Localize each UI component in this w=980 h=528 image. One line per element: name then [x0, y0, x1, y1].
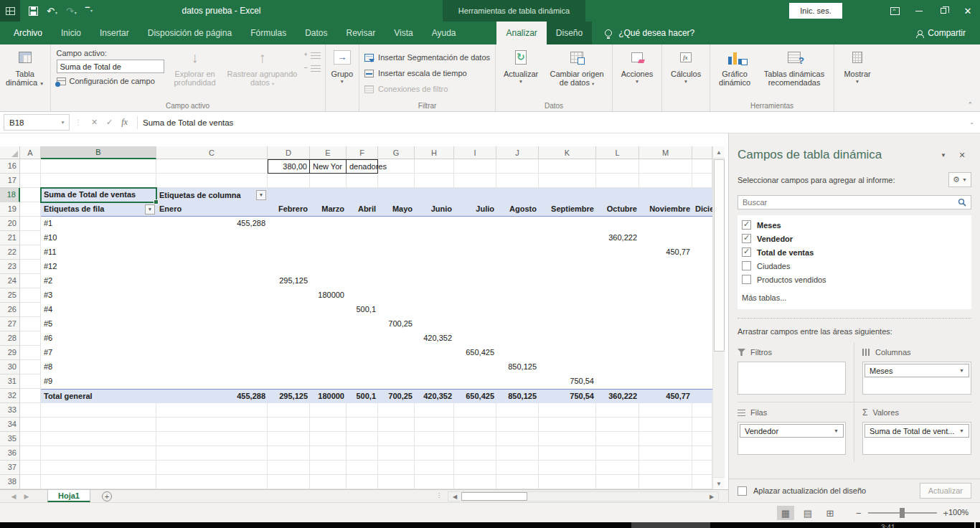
cell-G27[interactable]: 700,25: [378, 317, 415, 331]
cell-H18[interactable]: [415, 188, 454, 202]
cell-J35[interactable]: [496, 432, 539, 446]
collapse-ribbon-button[interactable]: ⌃: [967, 101, 973, 108]
refresh-button[interactable]: ↻ Actualizar ▼: [498, 47, 544, 87]
field-item-total-de-ventas[interactable]: Total de ventas: [740, 245, 969, 259]
cell-B33[interactable]: [41, 403, 156, 418]
cell-C21[interactable]: [156, 231, 268, 245]
cell-D31[interactable]: [268, 374, 310, 389]
cell-D26[interactable]: [268, 303, 310, 317]
cell-N22[interactable]: [692, 245, 712, 260]
cell-D17[interactable]: [268, 174, 310, 188]
recommended-pivottables-button[interactable]: Tablas dinámicas recomendadas: [757, 47, 831, 88]
cell-C25[interactable]: [156, 288, 268, 303]
cell-M22[interactable]: 450,77: [639, 245, 692, 260]
cell-A28[interactable]: [20, 331, 41, 346]
tab-inicio[interactable]: Inicio: [52, 22, 90, 44]
column-header-B[interactable]: B: [41, 146, 156, 159]
cell-J26[interactable]: [496, 303, 539, 317]
scroll-left-button[interactable]: ◀: [448, 492, 461, 501]
save-button[interactable]: [29, 6, 38, 16]
cell-I32[interactable]: 650,425: [454, 389, 496, 403]
cell-H29[interactable]: [415, 346, 454, 360]
scroll-up-button[interactable]: ▲: [713, 146, 725, 159]
pivot-chart-button[interactable]: Gráfico dinámico: [712, 47, 757, 88]
redo-button[interactable]: ↷▾: [66, 6, 77, 16]
tab-datos[interactable]: Datos: [296, 22, 336, 44]
autofilter-dropdown-icon[interactable]: ▼: [145, 204, 155, 214]
cell-G18[interactable]: [378, 188, 415, 202]
cell-E27[interactable]: [310, 317, 347, 331]
cell-C35[interactable]: [156, 432, 268, 446]
row-header-21[interactable]: 21: [0, 231, 20, 245]
cell-E30[interactable]: [310, 360, 347, 374]
row-header-16[interactable]: 16: [0, 159, 20, 174]
cell-A27[interactable]: [20, 317, 41, 331]
cell-L19[interactable]: Octubre: [596, 202, 639, 217]
cell-D19[interactable]: Febrero: [268, 202, 310, 217]
cell-J37[interactable]: [496, 461, 539, 475]
cell-J36[interactable]: [496, 446, 539, 461]
column-header-N[interactable]: [692, 146, 712, 159]
row-header-38[interactable]: 38: [0, 475, 20, 489]
cell-L20[interactable]: [596, 217, 639, 231]
cell-N16[interactable]: [692, 159, 712, 174]
cell-D24[interactable]: 295,125: [268, 274, 310, 288]
cell-F29[interactable]: [347, 346, 378, 360]
cell-E24[interactable]: [310, 274, 347, 288]
cell-E19[interactable]: Marzo: [310, 202, 347, 217]
cell-G20[interactable]: [378, 217, 415, 231]
cell-E29[interactable]: [310, 346, 347, 360]
cell-I21[interactable]: [454, 231, 496, 245]
cell-M28[interactable]: [639, 331, 692, 346]
cell-F25[interactable]: [347, 288, 378, 303]
name-box-dropdown-icon[interactable]: ▼: [57, 115, 69, 130]
cell-D37[interactable]: [268, 461, 310, 475]
field-chip-suma-total[interactable]: Suma de Total de vent...▼: [864, 424, 969, 438]
drill-down-button[interactable]: ↓ Explorar en profundidad: [168, 47, 222, 88]
cell-M20[interactable]: [639, 217, 692, 231]
cell-C19[interactable]: Enero: [156, 202, 268, 217]
rows-drop-zone[interactable]: Vendedor▼: [738, 422, 846, 455]
cell-L23[interactable]: [596, 260, 639, 274]
row-header-32[interactable]: 32: [0, 389, 20, 403]
cell-H21[interactable]: [415, 231, 454, 245]
insert-function-icon[interactable]: fx: [117, 117, 132, 128]
cell-H22[interactable]: [415, 245, 454, 260]
cell-B23[interactable]: #12: [41, 260, 156, 274]
cell-D33[interactable]: [268, 403, 310, 418]
cell-E18[interactable]: [310, 188, 347, 202]
cell-M27[interactable]: [639, 317, 692, 331]
cell-D36[interactable]: [268, 446, 310, 461]
cell-J16[interactable]: [496, 159, 539, 174]
normal-view-button[interactable]: ▦: [777, 506, 794, 520]
row-header-36[interactable]: 36: [0, 446, 20, 461]
cell-H34[interactable]: [415, 418, 454, 432]
cell-K35[interactable]: [539, 432, 596, 446]
row-header-18[interactable]: 18: [0, 188, 20, 202]
row-header-19[interactable]: 19: [0, 202, 20, 217]
cell-K27[interactable]: [539, 317, 596, 331]
cell-C32[interactable]: 455,288: [156, 389, 268, 403]
tab-formulas[interactable]: Fórmulas: [241, 22, 296, 44]
cell-K18[interactable]: [539, 188, 596, 202]
row-header-34[interactable]: 34: [0, 418, 20, 432]
active-field-input[interactable]: Suma de Total de: [57, 60, 164, 73]
cell-D22[interactable]: [268, 245, 310, 260]
cell-H33[interactable]: [415, 403, 454, 418]
cell-L32[interactable]: 360,222: [596, 389, 639, 403]
zoom-slider[interactable]: [868, 512, 937, 514]
cell-N25[interactable]: [692, 288, 712, 303]
cell-J22[interactable]: [496, 245, 539, 260]
cell-B30[interactable]: #8: [41, 360, 156, 374]
row-header-33[interactable]: 33: [0, 403, 20, 418]
cell-B27[interactable]: #5: [41, 317, 156, 331]
cell-N19[interactable]: Dicie: [692, 202, 712, 217]
cell-B36[interactable]: [41, 446, 156, 461]
cell-N38[interactable]: [692, 475, 712, 489]
cell-M37[interactable]: [639, 461, 692, 475]
cell-A36[interactable]: [20, 446, 41, 461]
cell-J38[interactable]: [496, 475, 539, 489]
cell-E28[interactable]: [310, 331, 347, 346]
cell-A31[interactable]: [20, 374, 41, 389]
cell-I18[interactable]: [454, 188, 496, 202]
